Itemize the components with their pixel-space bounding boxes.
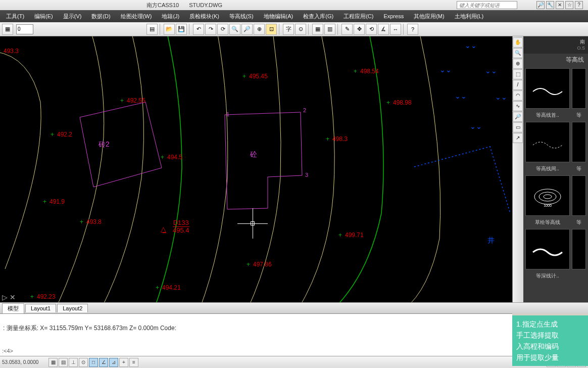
- svg-point-3: [539, 192, 556, 201]
- menu-land[interactable]: 土地利用(L): [451, 11, 487, 22]
- tool-zoom-icon[interactable]: 🔍: [513, 48, 523, 58]
- text-icon[interactable]: 字: [283, 24, 294, 35]
- depth-contour-button[interactable]: [525, 229, 570, 269]
- building-label: 砖2: [99, 140, 110, 149]
- contour-btn6[interactable]: [572, 175, 586, 216]
- tool-zoomin-icon[interactable]: ⊕: [513, 59, 523, 69]
- menu-other[interactable]: 其他应用(M): [410, 11, 449, 22]
- help-icon[interactable]: ?: [575, 1, 583, 9]
- wrench-icon[interactable]: 🔧: [546, 1, 554, 9]
- elev-point: 493.8: [80, 218, 102, 225]
- lwt-icon[interactable]: ≡: [129, 358, 138, 367]
- rotate-icon[interactable]: ⟲: [366, 24, 377, 35]
- tab-layout2[interactable]: Layout2: [57, 304, 88, 312]
- tool-arc-icon[interactable]: ◠: [513, 90, 523, 101]
- title-icons: 🔎 🔧 ✕ ☆ ?: [536, 1, 583, 9]
- menu-engineering[interactable]: 工程应用(C): [339, 11, 377, 22]
- contour-interval-button[interactable]: [525, 122, 570, 162]
- panel-header: 南 O.S: [523, 36, 588, 54]
- contour-btn2[interactable]: [572, 68, 586, 109]
- panel-title: 等高线: [523, 54, 588, 66]
- grid-icon[interactable]: ▤: [59, 358, 68, 367]
- ucs-icon: ▷ ✕: [2, 293, 16, 301]
- contour-first-button[interactable]: [525, 68, 570, 109]
- tool-zoom2-icon[interactable]: 🔎: [513, 112, 523, 122]
- menu-bar: 工具(T) 编辑(E) 显示(V) 数据(D) 绘图处理(W) 地籍(J) 质检…: [0, 10, 588, 22]
- app-name: 南方CASS10: [146, 2, 179, 9]
- point-icon[interactable]: ⊙: [295, 24, 306, 35]
- search-input[interactable]: [457, 1, 517, 9]
- layout2-icon[interactable]: ▥: [324, 24, 335, 35]
- tool-view-icon[interactable]: ▭: [513, 122, 523, 132]
- binoculars-icon[interactable]: 🔎: [536, 1, 545, 9]
- tick-icon: ⌄⌄: [495, 93, 507, 101]
- tool-pick-icon[interactable]: ↗: [513, 133, 523, 143]
- open-icon[interactable]: 📂: [164, 24, 175, 35]
- command-area[interactable]: : 测量坐标系: X= 31155.759m Y= 53168.673m Z= …: [0, 313, 512, 356]
- dyn-icon[interactable]: +: [119, 358, 128, 367]
- elev-point: 492.2: [51, 131, 72, 138]
- svg-marker-0: [80, 102, 162, 187]
- menu-qc[interactable]: 质检模块(K): [185, 11, 223, 22]
- star-icon[interactable]: ☆: [565, 1, 573, 9]
- zoom-extent-icon[interactable]: ⊕: [254, 24, 265, 35]
- polar-icon[interactable]: ⊙: [79, 358, 88, 367]
- elev-point: 493.3: [0, 48, 19, 55]
- zoom-in-icon[interactable]: 🔍: [229, 24, 240, 35]
- grid-icon[interactable]: ▤: [146, 24, 158, 35]
- save-icon[interactable]: 💾: [176, 24, 187, 35]
- refresh-icon[interactable]: ⟳: [217, 24, 228, 35]
- elev-point: 495.45: [242, 73, 268, 80]
- menu-data[interactable]: 数据(D): [87, 11, 114, 22]
- redo-icon[interactable]: ↷: [205, 24, 216, 35]
- survey-annotation: D133 495.4: [173, 219, 189, 234]
- zoom-window-icon[interactable]: ⊡: [266, 24, 277, 35]
- elev-point: 497.86: [247, 261, 272, 268]
- menu-draw[interactable]: 绘图处理(W): [117, 11, 156, 22]
- tool-curve-icon[interactable]: ∿: [513, 101, 523, 111]
- menu-tools[interactable]: 工具(T): [2, 11, 28, 22]
- tool-line-icon[interactable]: /: [513, 80, 523, 90]
- move-icon[interactable]: ✥: [354, 24, 365, 35]
- undo-icon[interactable]: ↶: [193, 24, 204, 35]
- help2-icon[interactable]: ?: [407, 24, 418, 35]
- dim-icon[interactable]: ↔: [390, 24, 401, 35]
- contour-btn4[interactable]: [572, 122, 586, 162]
- tab-model[interactable]: 模型: [2, 303, 24, 313]
- right-toolbar: ✋ 🔍 ⊕ ⬚ / ◠ ∿ 🔎 ▭ ↗: [512, 36, 523, 313]
- svg-point-4: [544, 195, 552, 199]
- contour-btn8[interactable]: [572, 229, 586, 269]
- layer-combo[interactable]: [16, 24, 33, 34]
- tick-icon: ⌄⌄: [485, 67, 497, 75]
- tab-layout1[interactable]: Layout1: [25, 304, 56, 312]
- snap-icon[interactable]: ▦: [48, 358, 58, 367]
- menu-check[interactable]: 检查入库(G): [299, 11, 337, 22]
- measure-icon[interactable]: ∡: [378, 24, 389, 35]
- brush-icon[interactable]: ✎: [341, 24, 353, 35]
- tick-icon: ⌄⌄: [455, 92, 467, 100]
- menu-cadastre[interactable]: 地籍(J): [158, 11, 183, 22]
- drawing-canvas[interactable]: 493.3 492.55 492.2 494.5 491.9 493.8 492…: [0, 36, 512, 313]
- cross-icon[interactable]: ✕: [556, 1, 564, 9]
- menu-feature-edit[interactable]: 地物编辑(A): [260, 11, 298, 22]
- tick-icon: ⌄⌄: [439, 66, 452, 74]
- menu-express[interactable]: Express: [379, 12, 408, 21]
- tool-pan-icon[interactable]: ✋: [513, 37, 523, 48]
- layer-icon[interactable]: ▦: [2, 24, 13, 35]
- menu-view[interactable]: 显示(V): [59, 11, 86, 22]
- menu-contour[interactable]: 等高线(S): [225, 11, 258, 22]
- ortho-icon[interactable]: ⊥: [69, 358, 78, 367]
- survey-mark-icon: △̲: [161, 225, 166, 233]
- sketch-contour-button[interactable]: 1000: [525, 175, 570, 216]
- otrack-icon[interactable]: ∠: [99, 358, 108, 367]
- layout1-icon[interactable]: ▦: [312, 24, 323, 35]
- menu-edit[interactable]: 编辑(E): [30, 11, 57, 22]
- zoom-out-icon[interactable]: 🔎: [241, 24, 253, 35]
- ducs-icon[interactable]: ⊿: [109, 358, 118, 367]
- well-label: 井: [487, 236, 495, 245]
- tool-selected-icon[interactable]: ⬚: [513, 69, 523, 79]
- vertex-num: 1: [226, 111, 229, 117]
- file-name: STUDY.DWG: [189, 2, 222, 8]
- osnap-icon[interactable]: □: [89, 358, 98, 367]
- command-prompt: :<4>: [2, 348, 13, 354]
